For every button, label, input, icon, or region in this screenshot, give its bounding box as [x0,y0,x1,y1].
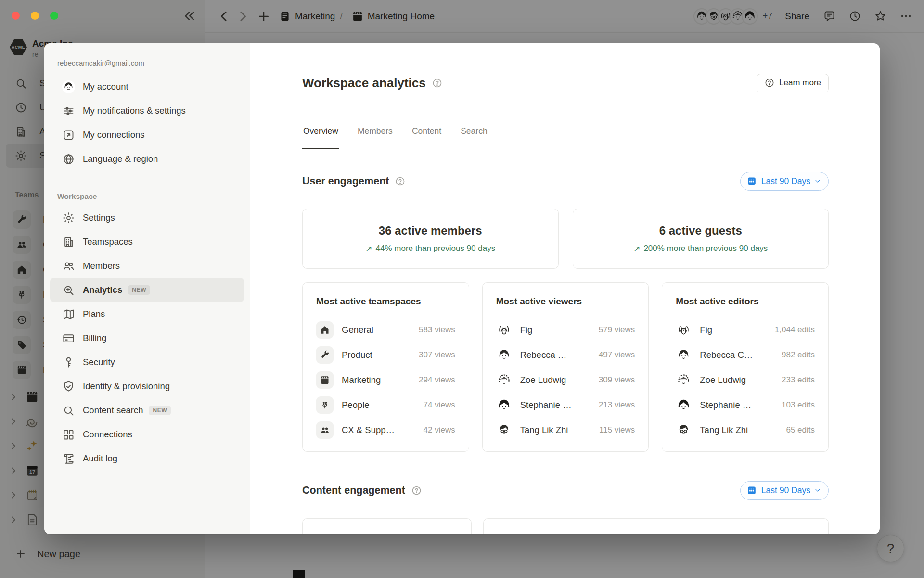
home-icon [316,321,334,339]
leaderboard-row[interactable]: Rebecca …497 views [496,342,635,368]
arrow-up-right-box-icon [62,129,75,142]
leaderboard-row[interactable]: Product307 views [316,342,455,368]
tab-content[interactable]: Content [411,110,442,149]
sidebar-item-connections[interactable]: Connections [50,422,244,447]
card-title: Most active viewers [496,296,635,307]
row-value: 982 edits [782,350,815,360]
card-most-active-viewers: Most active viewersFig579 viewsRebecca …… [482,282,649,452]
leaderboard-row[interactable]: People74 views [316,393,455,418]
wrench-icon [316,346,334,364]
scroll-icon [62,452,75,465]
trend-up-arrow-icon: ↗ [633,244,640,254]
card-most-active-teamspaces: Most active teamspacesGeneral583 viewsPr… [302,282,469,452]
sidebar-item-my-connections[interactable]: My connections [50,123,244,147]
leaderboard-row[interactable]: Tang Lik Zhi65 edits [676,418,815,443]
grid-icon [62,428,75,441]
leaderboard-row[interactable]: Stephanie …103 edits [676,393,815,418]
card-rows: Fig579 viewsRebecca …497 viewsZoe Ludwig… [496,317,635,443]
sidebar-item-plans[interactable]: Plans [50,302,244,326]
leaderboard-row[interactable]: General583 views [316,317,455,342]
row-value: 309 views [599,375,635,385]
new-badge: NEW [128,285,150,295]
face-woman-long-hair-icon [496,347,512,363]
tab-overview[interactable]: Overview [302,110,339,149]
flower-icon [316,396,334,414]
stat-trend: 44% more than previous 90 days [376,244,496,253]
workspace-settings-list: SettingsTeamspacesMembersAnalyticsNEWPla… [50,206,244,471]
leaderboard-row[interactable]: Zoe Ludwig309 views [496,368,635,393]
face-woman-curly-icon [496,372,512,388]
leaderboard-row[interactable]: CX & Supp…42 views [316,418,455,443]
zoom-window-button[interactable] [50,12,58,20]
sidebar-item-label: My account [83,81,128,92]
card-rows: Fig1,044 editsRebecca C…982 editsZoe Lud… [676,317,815,443]
card-rows: General583 viewsProduct307 viewsMarketin… [316,317,455,443]
row-name: Fig [520,325,595,335]
sidebar-item-my-notifications-settings[interactable]: My notifications & settings [50,99,244,123]
sidebar-item-label: Teamspaces [83,236,133,247]
leaderboard-row[interactable]: Rebecca C…982 edits [676,342,815,368]
section-heading: User engagement [302,175,389,187]
row-name: CX & Supp… [342,425,420,435]
people-icon [316,421,334,439]
sidebar-item-analytics[interactable]: AnalyticsNEW [50,278,244,302]
stat-value: 36 active members [379,224,482,237]
calendar-icon [746,176,757,186]
sidebar-item-members[interactable]: Members [50,254,244,278]
leaderboard-row[interactable]: Fig1,044 edits [676,317,815,342]
leaderboard-row[interactable]: Stephanie …213 views [496,393,635,418]
people-icon [62,260,75,273]
row-name: Rebecca C… [700,350,778,360]
row-value: 213 views [599,400,635,410]
content-card-partial [483,518,829,534]
chevron-down-icon [814,177,821,185]
map-icon [62,308,75,321]
sidebar-item-identity-provisioning[interactable]: Identity & provisioning [50,374,244,398]
shield-check-icon [62,380,75,393]
sliders-icon [62,105,75,118]
tab-search[interactable]: Search [460,110,488,149]
date-filter-content-engagement[interactable]: Last 90 Days [740,481,829,500]
calendar-icon [746,485,757,496]
help-circle-icon[interactable] [432,78,443,89]
minimize-window-button[interactable] [31,12,39,20]
leaderboard-row[interactable]: Tang Lik Zhi115 views [496,418,635,443]
row-name: Rebecca … [520,350,595,360]
sidebar-item-billing[interactable]: Billing [50,326,244,350]
sidebar-item-label: Security [83,357,115,368]
sidebar-item-my-account[interactable]: My account [50,75,244,99]
card-title: Most active teamspaces [316,296,455,307]
help-circle-icon[interactable] [411,485,422,496]
leaderboard-row[interactable]: Zoe Ludwig233 edits [676,368,815,393]
section-heading: Content engagement [302,485,405,497]
active-guests-card: 6 active guests ↗200% more than previous… [573,209,829,269]
building-icon [62,236,75,249]
analytics-tabs: OverviewMembersContentSearch [302,110,829,149]
row-name: Fig [700,325,770,335]
sidebar-item-security[interactable]: Security [50,350,244,374]
learn-more-button[interactable]: Learn more [757,74,829,92]
date-filter-user-engagement[interactable]: Last 90 Days [740,172,829,191]
sidebar-item-audit-log[interactable]: Audit log [50,447,244,471]
sidebar-item-label: Connections [83,429,132,440]
row-name: Stephanie … [700,400,778,410]
row-value: 579 views [599,325,635,335]
tab-members[interactable]: Members [357,110,394,149]
help-circle-icon[interactable] [395,176,406,187]
settings-sidebar: rebeccamcakir@gmail.com My accountMy not… [44,43,250,534]
credit-card-icon [62,332,75,345]
face-woman-long-hair-icon [62,80,75,93]
row-name: People [342,400,420,410]
leaderboard-row[interactable]: Marketing294 views [316,368,455,393]
row-value: 103 edits [782,400,815,410]
sidebar-item-settings[interactable]: Settings [50,206,244,230]
sidebar-item-content-search[interactable]: Content searchNEW [50,398,244,422]
sidebar-item-teamspaces[interactable]: Teamspaces [50,230,244,254]
row-name: Product [342,350,415,360]
row-value: 583 views [419,325,455,335]
close-window-button[interactable] [12,12,20,20]
leaderboard-row[interactable]: Fig579 views [496,317,635,342]
active-members-card: 36 active members ↗44% more than previou… [302,209,559,269]
chevron-down-icon [814,486,821,494]
sidebar-item-language-region[interactable]: Language & region [50,147,244,171]
